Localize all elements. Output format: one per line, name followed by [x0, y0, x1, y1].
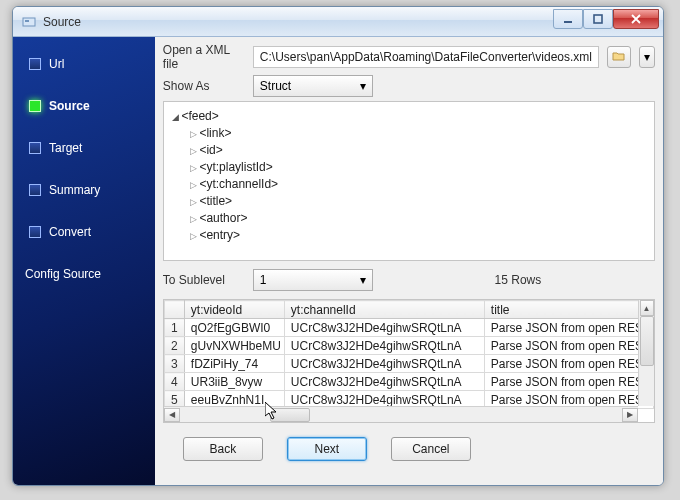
tree-node[interactable]: <author> [190, 210, 646, 227]
titlebar[interactable]: Source [13, 7, 663, 37]
data-grid[interactable]: yt:videoId yt:channelId title 1qO2fEgGBW… [163, 299, 655, 423]
row-number: 3 [164, 355, 184, 373]
step-box-icon [29, 100, 41, 112]
vertical-scrollbar[interactable]: ▲ [638, 300, 654, 406]
cell-videoid[interactable]: UR3iiB_8vyw [184, 373, 284, 391]
sublevel-value: 1 [260, 273, 267, 287]
show-as-dropdown[interactable]: Struct ▾ [253, 75, 373, 97]
next-button[interactable]: Next [287, 437, 367, 461]
main-panel: Open a XML file C:\Users\pan\AppData\Roa… [155, 37, 663, 485]
wizard-sidebar: Url Source Target Summary Convert Config… [13, 37, 155, 485]
cell-channelid[interactable]: UCrC8w3J2HDe4gihwSRQtLnA [284, 355, 484, 373]
maximize-button[interactable] [583, 9, 613, 29]
cell-title[interactable]: Parse JSON from open RESTful [484, 355, 653, 373]
tree-root[interactable]: <feed> [172, 108, 646, 125]
table-row[interactable]: 4UR3iiB_8vywUCrC8w3J2HDe4gihwSRQtLnAPars… [164, 373, 653, 391]
config-source-label: Config Source [25, 267, 145, 281]
sublevel-dropdown[interactable]: 1 ▾ [253, 269, 373, 291]
cancel-button[interactable]: Cancel [391, 437, 471, 461]
sidebar-item-summary[interactable]: Summary [29, 183, 145, 197]
chevron-down-icon: ▾ [360, 273, 366, 287]
open-dropdown-button[interactable]: ▾ [639, 46, 655, 68]
table-header-row: yt:videoId yt:channelId title [164, 301, 653, 319]
corner-cell [164, 301, 184, 319]
sidebar-item-label: Url [49, 57, 64, 71]
file-path-input[interactable]: C:\Users\pan\AppData\Roaming\DataFileCon… [253, 46, 599, 68]
table-row[interactable]: 2gUvNXWHbeMUUCrC8w3J2HDe4gihwSRQtLnAPars… [164, 337, 653, 355]
tree-node[interactable]: <yt:playlistId> [190, 159, 646, 176]
column-header[interactable]: yt:videoId [184, 301, 284, 319]
cell-videoid[interactable]: fDZiPiHy_74 [184, 355, 284, 373]
cell-title[interactable]: Parse JSON from open RESTful [484, 337, 653, 355]
show-as-label: Show As [163, 79, 245, 93]
sidebar-item-target[interactable]: Target [29, 141, 145, 155]
open-file-label: Open a XML file [163, 43, 245, 71]
sidebar-item-label: Source [49, 99, 90, 113]
window: Source Url Source Target Summary [12, 6, 664, 486]
svg-rect-1 [25, 20, 29, 22]
chevron-down-icon: ▾ [644, 50, 650, 64]
cell-channelid[interactable]: UCrC8w3J2HDe4gihwSRQtLnA [284, 373, 484, 391]
sidebar-item-label: Target [49, 141, 82, 155]
browse-button[interactable] [607, 46, 631, 68]
back-button[interactable]: Back [183, 437, 263, 461]
column-header[interactable]: title [484, 301, 653, 319]
scroll-right-icon[interactable]: ▶ [622, 408, 638, 422]
tree-node[interactable]: <yt:channelId> [190, 176, 646, 193]
cell-channelid[interactable]: UCrC8w3J2HDe4gihwSRQtLnA [284, 337, 484, 355]
cell-title[interactable]: Parse JSON from open RESTful [484, 373, 653, 391]
show-as-value: Struct [260, 79, 291, 93]
chevron-down-icon: ▾ [360, 79, 366, 93]
step-box-icon [29, 142, 41, 154]
minimize-button[interactable] [553, 9, 583, 29]
sidebar-item-label: Convert [49, 225, 91, 239]
sublevel-label: To Sublevel [163, 273, 245, 287]
cell-title[interactable]: Parse JSON from open RESTful [484, 319, 653, 337]
horizontal-scrollbar[interactable]: ◀ ▶ [164, 406, 638, 422]
cell-videoid[interactable]: gUvNXWHbeMU [184, 337, 284, 355]
svg-rect-2 [564, 21, 572, 23]
tree-node[interactable]: <title> [190, 193, 646, 210]
tree-node[interactable]: <id> [190, 142, 646, 159]
step-box-icon [29, 226, 41, 238]
cell-videoid[interactable]: qO2fEgGBWI0 [184, 319, 284, 337]
tree-node[interactable]: <entry> [190, 227, 646, 244]
table-row[interactable]: 3fDZiPiHy_74UCrC8w3J2HDe4gihwSRQtLnAPars… [164, 355, 653, 373]
step-box-icon [29, 184, 41, 196]
scrollbar-thumb[interactable] [270, 408, 310, 422]
scrollbar-thumb[interactable] [640, 316, 654, 366]
row-number: 2 [164, 337, 184, 355]
row-number: 1 [164, 319, 184, 337]
tree-node[interactable]: <link> [190, 125, 646, 142]
cell-channelid[interactable]: UCrC8w3J2HDe4gihwSRQtLnA [284, 319, 484, 337]
row-number: 4 [164, 373, 184, 391]
window-title: Source [43, 15, 81, 29]
column-header[interactable]: yt:channelId [284, 301, 484, 319]
sidebar-item-convert[interactable]: Convert [29, 225, 145, 239]
sidebar-item-url[interactable]: Url [29, 57, 145, 71]
folder-icon [612, 50, 626, 65]
xml-tree[interactable]: <feed> <link> <id> <yt:playlistId> <yt:c… [163, 101, 655, 261]
sidebar-item-label: Summary [49, 183, 100, 197]
scroll-up-icon[interactable]: ▲ [640, 300, 654, 316]
row-count-label: 15 Rows [381, 273, 655, 287]
step-box-icon [29, 58, 41, 70]
app-icon [21, 14, 37, 30]
svg-rect-3 [594, 15, 602, 23]
scroll-left-icon[interactable]: ◀ [164, 408, 180, 422]
sidebar-item-source[interactable]: Source [29, 99, 145, 113]
table-row[interactable]: 1qO2fEgGBWI0UCrC8w3J2HDe4gihwSRQtLnAPars… [164, 319, 653, 337]
close-button[interactable] [613, 9, 659, 29]
